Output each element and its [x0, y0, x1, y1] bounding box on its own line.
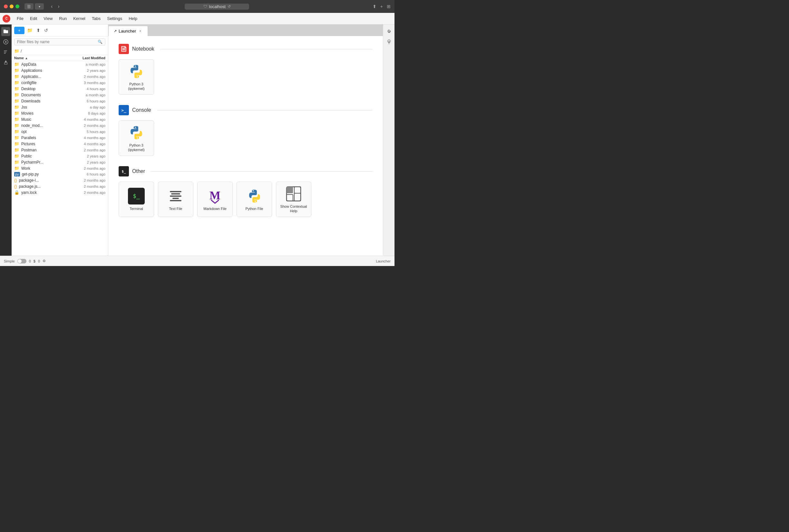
list-item[interactable]: 📁 Public 2 years ago — [12, 153, 108, 159]
launcher-tab-close[interactable]: × — [138, 28, 143, 33]
svg-point-10 — [253, 190, 254, 191]
file-date: 2 years ago — [70, 69, 105, 73]
terminal-icon: $_ — [128, 188, 145, 205]
console-section-header: >_ Console — [118, 105, 372, 115]
sidebar-toggle-button[interactable]: ☰ — [24, 3, 34, 10]
menu-help[interactable]: Help — [126, 15, 140, 22]
menu-kernel[interactable]: Kernel — [71, 15, 88, 22]
list-item[interactable]: 📁 AppData a month ago — [12, 61, 108, 67]
list-item[interactable]: {} package.js... 2 months ago — [12, 183, 108, 189]
list-item[interactable]: 📁 Applicatio... 2 months ago — [12, 73, 108, 79]
file-name: Music — [21, 117, 70, 122]
contextual-help-card[interactable]: Show Contextual Help — [276, 182, 311, 217]
file-list-header: Name ▲ Last Modified — [12, 55, 108, 61]
settings-right-btn[interactable] — [385, 27, 393, 36]
sidebar-dropdown-button[interactable]: ▾ — [35, 3, 44, 10]
new-launcher-button[interactable]: + — [14, 27, 24, 34]
running-sidebar-btn[interactable] — [1, 37, 10, 46]
folder-icon: 📁 — [14, 111, 19, 116]
name-column-header[interactable]: Name — [14, 56, 24, 60]
menu-run[interactable]: Run — [56, 15, 69, 22]
list-item[interactable]: 🔒 yarn.lock 2 months ago — [12, 189, 108, 195]
file-name: yarn.lock — [21, 190, 70, 195]
menu-tabs[interactable]: Tabs — [89, 15, 103, 22]
status-launcher-label: Launcher — [376, 259, 391, 263]
mode-toggle[interactable] — [17, 259, 26, 263]
toc-sidebar-btn[interactable] — [1, 48, 10, 57]
breadcrumb-path: / — [21, 49, 22, 54]
list-item[interactable]: py get-pip.py 6 hours ago — [12, 171, 108, 177]
forward-button[interactable]: › — [56, 3, 61, 10]
folder-icon: 📁 — [14, 141, 19, 146]
files-sidebar-btn[interactable] — [1, 27, 10, 36]
debug-right-btn[interactable] — [385, 37, 393, 46]
modified-column-header[interactable]: Last Modified — [70, 56, 105, 60]
notebook-section: Notebook Python 3 (ipyke — [118, 44, 372, 95]
folder-icon: 📁 — [14, 68, 19, 73]
file-date: 4 months ago — [70, 142, 105, 146]
file-date: 8 days ago — [70, 111, 105, 115]
list-item[interactable]: {} package-l... 2 months ago — [12, 177, 108, 183]
markdown-file-card[interactable]: M Markdown File — [197, 182, 233, 217]
other-section: $_ Other $_ Terminal — [118, 166, 372, 217]
extension-sidebar-btn[interactable] — [1, 58, 10, 67]
list-item[interactable]: 📁 Pictures 4 months ago — [12, 141, 108, 147]
list-item[interactable]: 📁 Downloads 6 hours ago — [12, 98, 108, 104]
python3-notebook-icon — [128, 63, 145, 80]
svg-rect-6 — [122, 46, 126, 52]
svg-rect-4 — [4, 52, 6, 53]
open-folder-button[interactable]: 📁 — [26, 26, 34, 34]
list-item[interactable]: 📁 Parallels 4 months ago — [12, 135, 108, 141]
launcher-tab[interactable]: ↗ Launcher × — [108, 26, 148, 36]
file-name: Applications — [21, 68, 70, 73]
list-item[interactable]: 📁 Documents a month ago — [12, 92, 108, 98]
upload-button[interactable]: ⬆ — [35, 26, 41, 34]
python3-console-card[interactable]: Python 3 (ipykernel) — [118, 120, 154, 156]
text-file-card[interactable]: Text File — [158, 182, 194, 217]
list-item[interactable]: 📁 Work 2 months ago — [12, 165, 108, 171]
file-name: Work — [21, 166, 70, 171]
refresh-button[interactable]: ↺ — [43, 26, 49, 34]
mode-label: Simple — [4, 259, 15, 263]
menu-view[interactable]: View — [41, 15, 55, 22]
list-item[interactable]: 📁 Desktop 4 hours ago — [12, 86, 108, 92]
menu-file[interactable]: File — [14, 15, 26, 22]
search-input[interactable] — [17, 40, 98, 44]
menu-edit[interactable]: Edit — [27, 15, 40, 22]
folder-icon: 📁 — [14, 92, 19, 97]
maximize-button[interactable] — [16, 4, 19, 8]
folder-icon: 📁 — [14, 74, 19, 79]
back-button[interactable]: ‹ — [49, 3, 54, 10]
python3-notebook-card[interactable]: Python 3 (ipykernel) — [118, 59, 154, 95]
folder-icon: 📁 — [14, 160, 19, 165]
python-file-icon — [246, 188, 263, 205]
share-button[interactable]: ⬆ — [372, 4, 377, 9]
list-item[interactable]: 📁 Music 4 months ago — [12, 116, 108, 122]
add-tab-button[interactable]: + — [380, 4, 383, 9]
menubar: C File Edit View Run Kernel Tabs Setting… — [0, 13, 395, 24]
terminal-card[interactable]: $_ Terminal — [118, 182, 154, 217]
tab-bar: ↗ Launcher × — [108, 24, 383, 36]
list-item[interactable]: 📁 node_mod... 2 months ago — [12, 122, 108, 129]
minimize-button[interactable] — [10, 4, 14, 8]
lock-icon: 🔒 — [14, 190, 19, 195]
grid-button[interactable]: ⊞ — [387, 4, 391, 9]
list-item[interactable]: 📁 Movies 8 days ago — [12, 110, 108, 116]
folder-icon: 📁 — [14, 123, 19, 128]
list-item[interactable]: 📁 PycharmPr... 2 years ago — [12, 159, 108, 165]
traffic-lights — [4, 4, 19, 8]
file-browser-toolbar: + 📁 ⬆ ↺ — [12, 24, 108, 36]
url-display[interactable]: localhost — [209, 4, 226, 9]
close-button[interactable] — [4, 4, 8, 8]
list-item[interactable]: 📁 configfile 3 months ago — [12, 79, 108, 86]
list-item[interactable]: 📁 opt 5 hours ago — [12, 129, 108, 135]
menu-settings[interactable]: Settings — [105, 15, 125, 22]
text-file-label: Text File — [169, 206, 182, 211]
python-file-card[interactable]: Python File — [237, 182, 272, 217]
svg-point-17 — [389, 43, 389, 44]
list-item[interactable]: 📁 Jss a day ago — [12, 104, 108, 110]
json-icon: {} — [14, 178, 17, 183]
file-name: opt — [21, 130, 70, 134]
list-item[interactable]: 📁 Applications 2 years ago — [12, 67, 108, 73]
list-item[interactable]: 📁 Postman 2 months ago — [12, 147, 108, 153]
